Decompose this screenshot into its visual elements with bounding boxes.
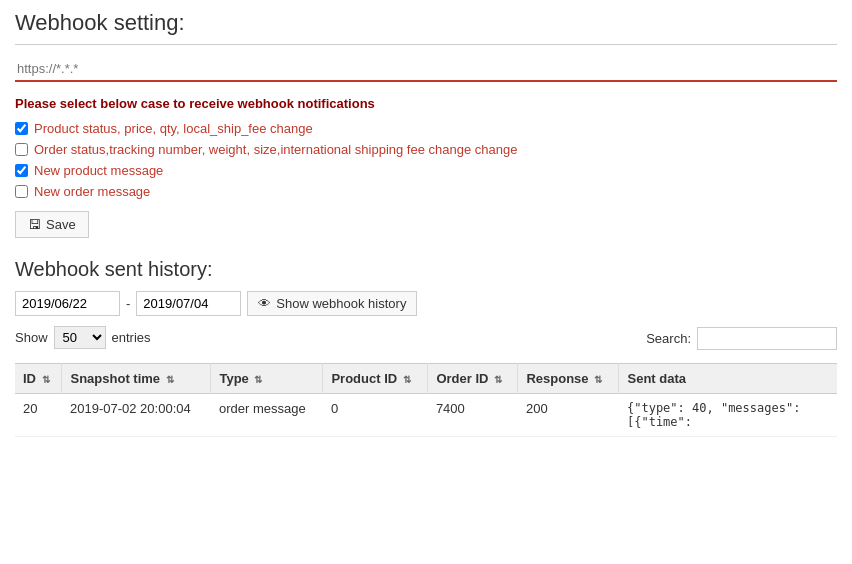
- checkbox-label-cb3[interactable]: New product message: [34, 163, 163, 178]
- col-order_id[interactable]: Order ID ⇅: [428, 364, 518, 394]
- save-icon: 🖫: [28, 217, 41, 232]
- sort-icon: ⇅: [403, 374, 411, 385]
- checkbox-item-cb4: New order message: [15, 184, 837, 199]
- col-sent_data[interactable]: Sent data: [619, 364, 837, 394]
- page-title: Webhook setting:: [15, 10, 837, 36]
- sort-icon: ⇅: [254, 374, 262, 385]
- checkbox-group-container: Product status, price, qty, local_ship_f…: [15, 121, 837, 199]
- divider: [15, 44, 837, 45]
- show-label: Show: [15, 330, 48, 345]
- checkbox-cb2[interactable]: [15, 143, 28, 156]
- col-id[interactable]: ID ⇅: [15, 364, 62, 394]
- sort-icon: ⇅: [42, 374, 50, 385]
- date-separator: -: [126, 296, 130, 311]
- cell-order_id: 7400: [428, 394, 518, 437]
- search-input[interactable]: [697, 327, 837, 350]
- checkbox-cb1[interactable]: [15, 122, 28, 135]
- entries-select[interactable]: 102550100: [54, 326, 106, 349]
- checkbox-cb3[interactable]: [15, 164, 28, 177]
- col-product_id[interactable]: Product ID ⇅: [323, 364, 428, 394]
- checkbox-cb4[interactable]: [15, 185, 28, 198]
- sort-icon: ⇅: [166, 374, 174, 385]
- checkbox-label-cb1[interactable]: Product status, price, qty, local_ship_f…: [34, 121, 313, 136]
- checkbox-item-cb3: New product message: [15, 163, 837, 178]
- date-from-input[interactable]: [15, 291, 120, 316]
- cell-id: 20: [15, 394, 62, 437]
- checkbox-item-cb2: Order status,tracking number, weight, si…: [15, 142, 837, 157]
- search-row: Search:: [646, 327, 837, 350]
- col-response[interactable]: Response ⇅: [518, 364, 619, 394]
- webhook-url-input[interactable]: [15, 57, 837, 82]
- save-button[interactable]: 🖫 Save: [15, 211, 89, 238]
- eye-icon: 👁: [258, 296, 271, 311]
- history-controls: - 👁 Show webhook history: [15, 291, 837, 316]
- table-header: ID ⇅Snapshot time ⇅Type ⇅Product ID ⇅Ord…: [15, 364, 837, 394]
- table-body: 202019-07-02 20:00:04order message074002…: [15, 394, 837, 437]
- table-controls: Show 102550100 entries Search:: [15, 326, 837, 357]
- entries-label: entries: [112, 330, 151, 345]
- checkbox-label-cb4[interactable]: New order message: [34, 184, 150, 199]
- history-title: Webhook sent history:: [15, 258, 837, 281]
- date-to-input[interactable]: [136, 291, 241, 316]
- cell-response: 200: [518, 394, 619, 437]
- col-type[interactable]: Type ⇅: [211, 364, 323, 394]
- cell-sent_data: {"type": 40, "messages": [{"time":: [619, 394, 837, 437]
- search-label: Search:: [646, 331, 691, 346]
- table-header-row: ID ⇅Snapshot time ⇅Type ⇅Product ID ⇅Ord…: [15, 364, 837, 394]
- notice-text: Please select below case to receive webh…: [15, 96, 837, 111]
- col-snapshot_time[interactable]: Snapshot time ⇅: [62, 364, 211, 394]
- show-btn-label: Show webhook history: [276, 296, 406, 311]
- cell-product_id: 0: [323, 394, 428, 437]
- show-history-button[interactable]: 👁 Show webhook history: [247, 291, 417, 316]
- sort-icon: ⇅: [494, 374, 502, 385]
- sort-icon: ⇅: [594, 374, 602, 385]
- table-row: 202019-07-02 20:00:04order message074002…: [15, 394, 837, 437]
- cell-snapshot_time: 2019-07-02 20:00:04: [62, 394, 211, 437]
- checkbox-item-cb1: Product status, price, qty, local_ship_f…: [15, 121, 837, 136]
- webhook-history-table: ID ⇅Snapshot time ⇅Type ⇅Product ID ⇅Ord…: [15, 363, 837, 437]
- checkbox-label-cb2[interactable]: Order status,tracking number, weight, si…: [34, 142, 517, 157]
- entries-row: Show 102550100 entries: [15, 326, 151, 349]
- cell-type: order message: [211, 394, 323, 437]
- save-label: Save: [46, 217, 76, 232]
